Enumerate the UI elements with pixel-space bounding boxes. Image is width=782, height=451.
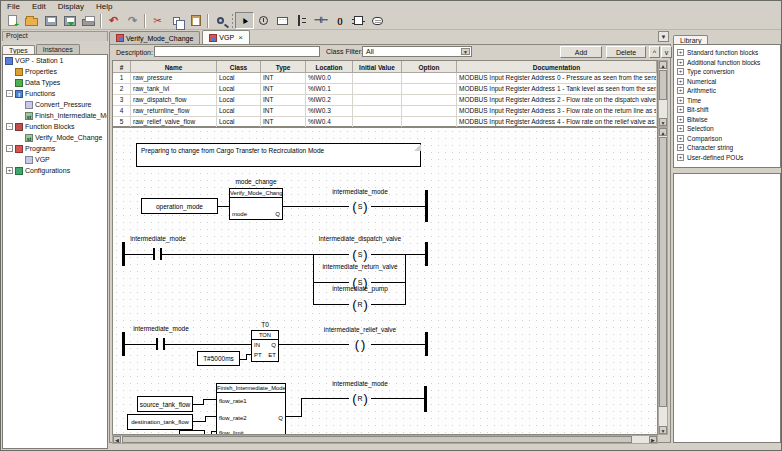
table-row[interactable]: 4 raw_returnline_flow Local INT %IW0.3 M… [113, 106, 657, 117]
expand-icon[interactable]: + [677, 106, 684, 113]
col-option[interactable]: Option [402, 61, 457, 73]
expand-icon[interactable]: + [677, 87, 684, 94]
literal-box-t5000ms[interactable]: T#5000ms [197, 351, 240, 366]
library-item-selection[interactable]: + Selection [674, 124, 780, 134]
cell-option[interactable] [402, 95, 457, 106]
move-down-button[interactable]: v [661, 46, 672, 58]
col-class[interactable]: Class [217, 61, 261, 73]
ladder-canvas[interactable]: Preparing to change from Cargo Transfer … [112, 127, 658, 435]
pin-et[interactable]: ET [268, 352, 276, 358]
cell-initial[interactable] [353, 95, 402, 106]
cell-initial[interactable] [353, 73, 402, 84]
expand-icon[interactable]: + [677, 116, 684, 123]
expand-icon[interactable]: + [677, 78, 684, 85]
undo-button[interactable]: ↶ [104, 12, 123, 29]
library-item-bit-shift[interactable]: + Bit-shift [674, 105, 780, 115]
block-verify-mode-change[interactable]: Verify_Mode_Change mode Q [229, 188, 283, 220]
expand-icon[interactable]: + [677, 135, 684, 142]
pin-flow-rate1[interactable]: flow_rate1 [219, 398, 247, 404]
coil-tool-button[interactable]: ( ) [330, 12, 349, 29]
expand-icon[interactable]: + [6, 167, 13, 174]
expand-icon[interactable]: + [677, 97, 684, 104]
cell-doc[interactable]: MODBUS Input Register Address 2 - Flow r… [457, 95, 657, 106]
variable-box-source-tank-flow[interactable]: source_tank_flow [137, 396, 193, 412]
block-tool-button[interactable] [349, 12, 368, 29]
menu-file[interactable]: File [1, 2, 26, 11]
cell-option[interactable] [402, 106, 457, 117]
add-variable-button[interactable]: Add [560, 46, 602, 58]
cell-option[interactable] [402, 73, 457, 84]
scrollbar-thumb[interactable] [659, 137, 667, 407]
library-item-comparison[interactable]: + Comparison [674, 134, 780, 144]
chevron-down-icon[interactable]: ▼ [461, 48, 470, 55]
cell-doc[interactable]: MODBUS Input Register Address 3 - Flow r… [457, 106, 657, 117]
scroll-down-icon[interactable]: ▼ [659, 426, 667, 434]
library-item-type-conversion[interactable]: + Type conversion [674, 67, 780, 77]
comment-tool-button[interactable] [273, 12, 292, 29]
pin-pt[interactable]: PT [254, 352, 262, 358]
tab-instances[interactable]: Instances [36, 44, 80, 54]
col-initial-value[interactable]: Initial Value [353, 61, 402, 73]
search-button[interactable] [211, 12, 230, 29]
tab-vgp[interactable]: VGP × [202, 30, 249, 44]
right-power-rail[interactable] [424, 386, 427, 412]
open-button[interactable] [22, 12, 41, 29]
col-type[interactable]: Type [261, 61, 306, 73]
expand-icon[interactable]: + [677, 154, 684, 161]
save-as-button[interactable] [60, 12, 79, 29]
expand-icon[interactable]: + [677, 144, 684, 151]
right-power-rail[interactable] [425, 332, 428, 356]
library-item-bitwise[interactable]: + Bitwise [674, 115, 780, 125]
library-item-numerical[interactable]: + Numerical [674, 77, 780, 87]
menu-edit[interactable]: Edit [26, 2, 52, 11]
cell-initial[interactable] [353, 106, 402, 117]
tree-item-root[interactable]: VGP - Station 1 [3, 55, 107, 66]
tree-item-properties[interactable]: Properties [3, 66, 107, 77]
motion-tool-button[interactable] [254, 12, 273, 29]
class-filter-dropdown[interactable]: All ▼ [362, 46, 472, 57]
library-item-character-string[interactable]: + Character string [674, 143, 780, 153]
pin-in[interactable]: IN [254, 342, 260, 348]
library-item-standard-function-blocks[interactable]: + Standard function blocks [674, 48, 780, 58]
scrollbar-thumb[interactable] [659, 70, 667, 100]
col-location[interactable]: Location [306, 61, 353, 73]
redo-button[interactable]: ↷ [123, 12, 142, 29]
cell-type[interactable]: INT [261, 73, 306, 84]
set-coil-intermediate-mode[interactable]: S [349, 199, 371, 213]
library-item-user-defined-pous[interactable]: + User-defined POUs [674, 153, 780, 163]
menu-display[interactable]: Display [52, 2, 90, 11]
contact-tool-button[interactable]: ⊣⊢ [311, 12, 330, 29]
cell-name[interactable]: raw_tank_lvl [131, 84, 217, 95]
table-row[interactable]: 3 raw_dispatch_flow Local INT %IW0.2 MOD… [113, 95, 657, 106]
scroll-up-icon[interactable]: ▲ [659, 61, 667, 69]
cell-class[interactable]: Local [217, 106, 261, 117]
coil-relief-valve[interactable] [349, 337, 371, 351]
delete-variable-button[interactable]: Delete [606, 46, 646, 58]
power-rail-tool-button[interactable] [292, 12, 311, 29]
cell-class[interactable]: Local [217, 84, 261, 95]
tree-item-verify-mode-change[interactable]: st Verify_Mode_Change [3, 132, 107, 143]
variable-box-operation-mode[interactable]: operation_mode [141, 198, 218, 214]
col-num[interactable]: # [113, 61, 131, 73]
paste-button[interactable] [186, 12, 205, 29]
set-coil-dispatch-valve[interactable]: S [349, 247, 371, 261]
tree-item-vgp[interactable]: VGP [3, 154, 107, 165]
cell-option[interactable] [402, 84, 457, 95]
cell-initial[interactable] [353, 84, 402, 95]
reset-coil-intermediate-mode[interactable]: R [349, 391, 371, 405]
cell-location[interactable]: %IW0.2 [306, 95, 353, 106]
scroll-left-icon[interactable]: ◀ [113, 436, 121, 443]
expand-icon[interactable]: + [677, 49, 684, 56]
scroll-down-icon[interactable]: ▼ [659, 118, 667, 126]
expand-icon[interactable]: + [677, 59, 684, 66]
tree-item-functions[interactable]: - f Functions [3, 88, 107, 99]
cell-name[interactable]: raw_pressure [131, 73, 217, 84]
canvas-horizontal-scrollbar[interactable]: ◀ ▶ [112, 435, 658, 444]
copy-button[interactable] [167, 12, 186, 29]
cell-doc[interactable]: MODBUS Input Register Address 1 - Tank l… [457, 84, 657, 95]
cell-type[interactable]: INT [261, 84, 306, 95]
select-tool-button[interactable]: ▲ [235, 12, 254, 29]
tree-item-finish-intermediate-mode[interactable]: st Finish_Intermediate_Mode [3, 110, 107, 121]
library-item-time[interactable]: + Time [674, 96, 780, 106]
tree-item-convert-pressure[interactable]: Convert_Pressure [3, 99, 107, 110]
